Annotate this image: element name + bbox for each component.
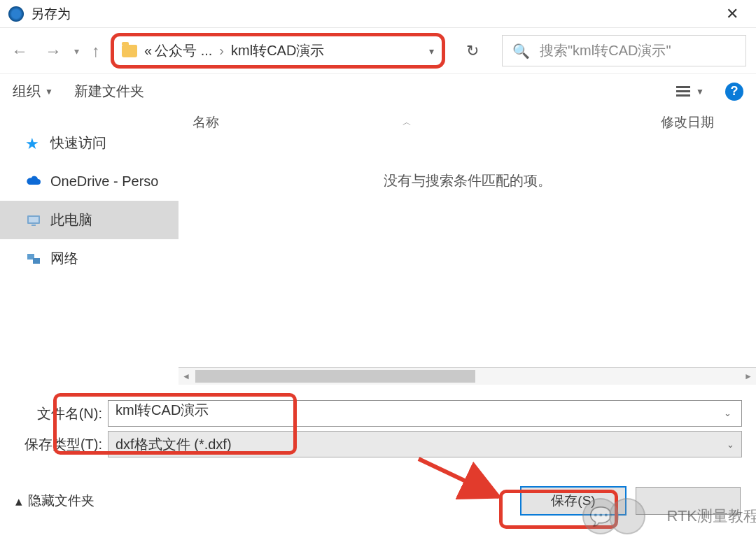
navigation-row: ← → ▾ ↑ « 公众号 ... › kml转CAD演示 ▾ ↻ 🔍 搜索"k… — [0, 28, 756, 73]
svg-rect-1 — [676, 90, 690, 92]
breadcrumb-current[interactable]: kml转CAD演示 — [231, 41, 324, 60]
svg-rect-0 — [676, 86, 690, 88]
app-icon — [8, 6, 24, 22]
chevron-down-icon[interactable]: ⌄ — [727, 439, 734, 450]
main-area: ★ 快速访问 OneDrive - Perso 此电脑 网络 名称 ︿ 修改日期 — [0, 108, 756, 367]
scroll-left-icon[interactable]: ◄ — [178, 371, 194, 381]
column-headers: 名称 ︿ 修改日期 — [178, 108, 756, 136]
history-dropdown[interactable]: ▾ — [74, 45, 79, 57]
svg-rect-4 — [29, 217, 38, 222]
refresh-button[interactable]: ↻ — [451, 35, 493, 66]
view-options[interactable]: ▼ — [675, 83, 704, 100]
path-breadcrumb[interactable]: « 公众号 ... › kml转CAD演示 ▾ — [113, 35, 443, 66]
sidebar-item-quick-access[interactable]: ★ 快速访问 — [0, 124, 178, 162]
watermark-text: RTK测量教程 — [666, 506, 756, 527]
nav-arrows: ← → ▾ ↑ — [7, 40, 104, 62]
search-input[interactable]: 🔍 搜索"kml转CAD演示" — [502, 35, 746, 66]
sidebar-item-this-pc[interactable]: 此电脑 — [0, 201, 178, 239]
folder-icon — [122, 45, 137, 57]
cloud-icon — [25, 173, 42, 190]
breadcrumb-ellipsis: « — [144, 43, 152, 59]
chevron-down-icon: ▼ — [45, 87, 53, 97]
filename-input[interactable]: kml转CAD演示 ⌄ — [108, 400, 742, 427]
column-name[interactable]: 名称 — [192, 113, 374, 132]
filetype-label: 保存类型(T): — [14, 435, 108, 454]
column-modified[interactable]: 修改日期 — [661, 113, 714, 132]
filetype-select[interactable]: dxf格式文件 (*.dxf) ⌄ — [108, 431, 742, 457]
save-fields: 文件名(N): kml转CAD演示 ⌄ 保存类型(T): dxf格式文件 (*.… — [0, 385, 756, 469]
horizontal-scrollbar[interactable]: ◄ ► — [178, 368, 756, 385]
list-view-icon — [675, 83, 692, 100]
back-button[interactable]: ← — [7, 40, 32, 62]
star-icon: ★ — [25, 135, 42, 152]
hide-folders-toggle[interactable]: ▴ 隐藏文件夹 — [15, 492, 94, 510]
svg-rect-5 — [31, 225, 36, 226]
up-button[interactable]: ↑ — [88, 40, 104, 62]
sidebar: ★ 快速访问 OneDrive - Perso 此电脑 网络 — [0, 108, 178, 367]
chevron-right-icon: › — [219, 43, 224, 59]
filename-label: 文件名(N): — [14, 404, 108, 423]
organize-menu[interactable]: 组织 ▼ — [13, 82, 53, 101]
search-icon: 🔍 — [512, 43, 530, 59]
sidebar-item-network[interactable]: 网络 — [0, 239, 178, 278]
svg-rect-2 — [676, 94, 690, 97]
close-icon[interactable]: ✕ — [711, 1, 753, 27]
sort-indicator-icon: ︿ — [402, 116, 412, 129]
forward-button[interactable]: → — [41, 40, 66, 62]
watermark: 💬 RTK测量教程 — [582, 498, 756, 534]
toolbar: 组织 ▼ 新建文件夹 ▼ ? — [0, 73, 756, 108]
svg-rect-7 — [33, 258, 40, 264]
chevron-down-icon[interactable]: ⌄ — [724, 408, 732, 418]
chevron-up-icon: ▴ — [15, 493, 22, 509]
scroll-thumb[interactable] — [195, 370, 475, 383]
breadcrumb-parent[interactable]: 公众号 ... — [155, 41, 212, 60]
help-button[interactable]: ? — [725, 83, 743, 101]
scroll-right-icon[interactable]: ► — [741, 371, 756, 381]
pc-icon — [25, 212, 42, 229]
network-icon — [25, 250, 42, 267]
chevron-down-icon[interactable]: ▾ — [429, 45, 434, 57]
search-placeholder: 搜索"kml转CAD演示" — [540, 41, 671, 60]
window-title: 另存为 — [31, 5, 71, 23]
sidebar-item-onedrive[interactable]: OneDrive - Perso — [0, 162, 178, 201]
content-area: 名称 ︿ 修改日期 没有与搜索条件匹配的项。 — [178, 108, 756, 367]
titlebar: 另存为 ✕ — [0, 0, 756, 28]
empty-message: 没有与搜索条件匹配的项。 — [178, 171, 756, 190]
new-folder-button[interactable]: 新建文件夹 — [74, 82, 144, 101]
